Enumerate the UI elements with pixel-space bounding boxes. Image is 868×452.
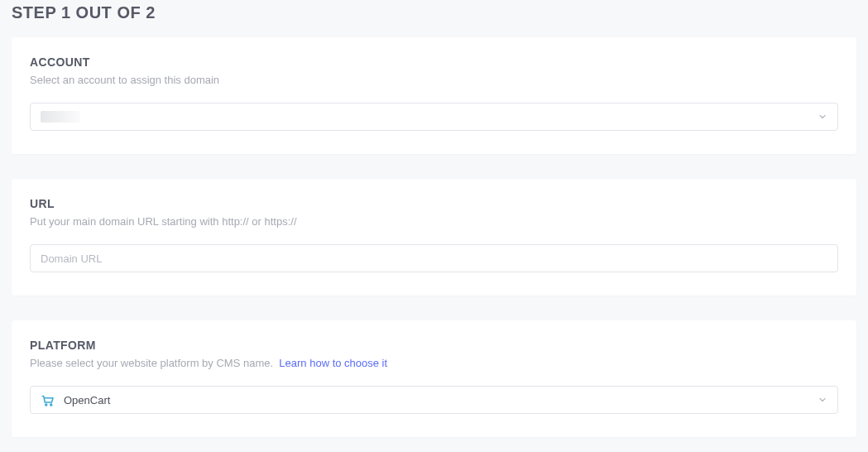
svg-point-1: [50, 404, 52, 406]
platform-description-text: Please select your website platform by C…: [30, 357, 273, 369]
platform-section-title: PLATFORM: [30, 339, 838, 352]
svg-point-0: [46, 404, 47, 406]
url-section-description: Put your main domain URL starting with h…: [30, 215, 838, 228]
account-select-placeholder: [41, 111, 80, 123]
account-section-title: ACCOUNT: [30, 55, 838, 69]
platform-section-description: Please select your website platform by C…: [30, 357, 838, 369]
url-input[interactable]: [30, 244, 838, 272]
platform-select-label: OpenCart: [64, 394, 110, 406]
step-title: STEP 1 OUT OF 2: [12, 0, 856, 37]
cart-icon: [41, 392, 55, 407]
account-select-value: [41, 111, 80, 123]
learn-how-link[interactable]: Learn how to choose it: [279, 357, 387, 369]
platform-card: PLATFORM Please select your website plat…: [12, 320, 856, 437]
chevron-down-icon: [818, 395, 827, 405]
chevron-down-icon: [818, 112, 827, 122]
url-section-title: URL: [30, 197, 838, 210]
platform-select[interactable]: OpenCart: [30, 386, 838, 414]
account-select[interactable]: [30, 103, 838, 131]
url-card: URL Put your main domain URL starting wi…: [12, 179, 856, 296]
account-card: ACCOUNT Select an account to assign this…: [12, 37, 856, 154]
platform-select-value: OpenCart: [41, 392, 110, 407]
account-section-description: Select an account to assign this domain: [30, 74, 838, 86]
